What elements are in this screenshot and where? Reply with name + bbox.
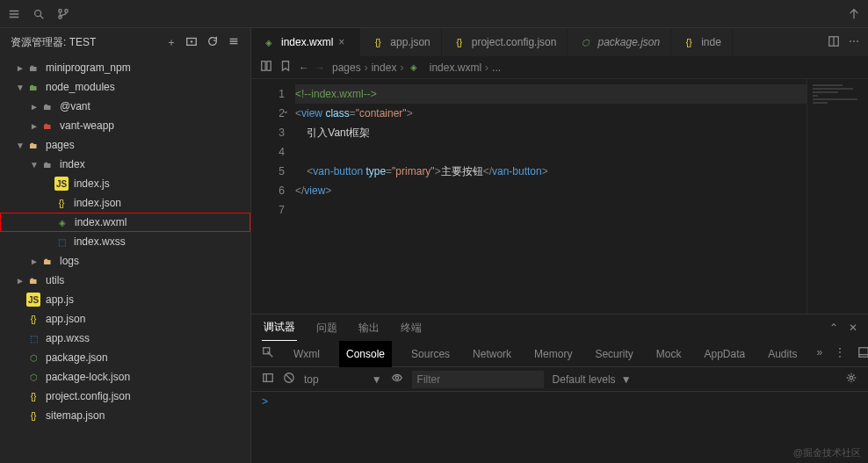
explorer-title: 资源管理器: TEST	[11, 35, 96, 50]
panel-expand-icon[interactable]: ⌃	[829, 322, 838, 334]
tree-item[interactable]: ▼🖿index	[0, 155, 250, 174]
new-file-icon[interactable]: ＋	[166, 35, 177, 50]
more-actions-icon[interactable]: ⋯	[849, 35, 859, 50]
panel-tab[interactable]: 调试器	[262, 315, 297, 341]
devtools-tab[interactable]: Audits	[764, 341, 800, 367]
svg-rect-7	[267, 61, 271, 71]
tree-item[interactable]: {}sitemap.json	[0, 406, 250, 425]
tree-item[interactable]: ⬡package.json	[0, 348, 250, 367]
svg-point-1	[59, 9, 62, 12]
editor-tab[interactable]: ◈index.wxml×	[251, 28, 360, 56]
devtools-menu-icon[interactable]: ⋮	[835, 346, 845, 361]
devtools-dock-icon[interactable]	[857, 346, 868, 361]
devtools-tab[interactable]: Wxml	[290, 341, 323, 367]
code-line: <!--index.wxml-->	[295, 88, 377, 100]
breadcrumb-item[interactable]: ◈ index.wxml	[407, 61, 481, 75]
eye-icon[interactable]	[391, 372, 403, 387]
more-icon[interactable]: »	[817, 346, 823, 361]
svg-rect-10	[264, 374, 273, 382]
breadcrumb: ← → pages›index›◈ index.wxml›...	[251, 56, 868, 79]
collapse-icon[interactable]	[847, 7, 861, 21]
devtools-tab[interactable]: Sources	[408, 341, 453, 367]
title-bar	[0, 0, 868, 28]
devtools-tab[interactable]: Mock	[653, 341, 685, 367]
devtools-tab[interactable]: Console	[339, 341, 392, 367]
tree-item[interactable]: ⬚index.wxss	[0, 232, 250, 251]
devtools-tab[interactable]: Memory	[531, 341, 575, 367]
context-select[interactable]: top▼	[304, 373, 382, 386]
tree-item[interactable]: ▼🖿node_modules	[0, 77, 250, 97]
compare-icon[interactable]	[260, 60, 272, 75]
collapse-all-icon[interactable]	[228, 35, 240, 50]
console-output[interactable]: >	[251, 392, 868, 463]
svg-point-0	[35, 10, 41, 16]
menu-icon[interactable]	[7, 7, 21, 21]
nav-forward-icon[interactable]: →	[315, 61, 325, 74]
tree-item[interactable]: ►🖿vant-weapp	[0, 116, 250, 135]
breadcrumb-item[interactable]: index	[372, 61, 397, 74]
editor-tab[interactable]: {}inde	[671, 28, 733, 56]
panel-tab[interactable]: 问题	[315, 315, 339, 341]
branch-icon[interactable]	[56, 7, 70, 21]
bookmark-icon[interactable]	[279, 60, 292, 75]
breadcrumb-item[interactable]: pages	[332, 61, 361, 74]
svg-rect-6	[262, 61, 265, 71]
svg-rect-9	[859, 348, 868, 358]
tab-close-icon[interactable]: ×	[338, 36, 349, 48]
console-sidebar-icon[interactable]	[262, 372, 274, 387]
new-folder-icon[interactable]	[185, 35, 198, 50]
log-levels-select[interactable]: Default levels▼	[553, 373, 632, 386]
watermark: @掘金技术社区	[793, 446, 861, 459]
panel-close-icon[interactable]: ✕	[849, 322, 857, 334]
devtools-tab[interactable]: Security	[591, 341, 636, 367]
console-prompt: >	[262, 395, 268, 408]
editor-tab[interactable]: ⬡package.json	[568, 28, 671, 56]
split-editor-icon[interactable]	[828, 35, 840, 50]
devtools-tab[interactable]: AppData	[700, 341, 749, 367]
explorer-sidebar: 资源管理器: TEST ＋ ►🖿miniprogram_npm▼🖿node_mo…	[0, 28, 251, 463]
nav-back-icon[interactable]: ←	[299, 61, 309, 74]
tree-item[interactable]: ◈index.wxml	[0, 213, 250, 232]
tree-item[interactable]: ▼🖿pages	[0, 135, 250, 155]
inspect-icon[interactable]	[262, 346, 274, 361]
editor-tabs: ◈index.wxml×{}app.json{}project.config.j…	[251, 28, 868, 56]
svg-point-12	[395, 376, 399, 380]
tree-item[interactable]: ⬚app.wxss	[0, 329, 250, 348]
svg-point-13	[850, 376, 853, 380]
tree-item[interactable]: ►🖿logs	[0, 251, 250, 271]
panel-tab[interactable]: 输出	[357, 315, 381, 341]
clear-console-icon[interactable]	[283, 372, 295, 387]
panel-tab[interactable]: 终端	[399, 315, 423, 341]
tree-item[interactable]: ►🖿utils	[0, 271, 250, 290]
tree-item[interactable]: ⬡package-lock.json	[0, 367, 250, 387]
tree-item[interactable]: ►🖿miniprogram_npm	[0, 58, 250, 77]
code-editor[interactable]: <!--index.wxml--> <view class="container…	[295, 79, 807, 314]
file-tree: ►🖿miniprogram_npm▼🖿node_modules►🖿@vant►🖿…	[0, 56, 250, 463]
tree-item[interactable]: ►🖿@vant	[0, 97, 250, 116]
settings-icon[interactable]	[845, 372, 857, 387]
search-icon[interactable]	[32, 7, 46, 21]
editor-tab[interactable]: {}app.json	[360, 28, 441, 56]
console-filter-input[interactable]	[412, 371, 544, 388]
tree-item[interactable]: {}app.json	[0, 309, 250, 329]
tree-item[interactable]: JSindex.js	[0, 174, 250, 193]
refresh-icon[interactable]	[206, 35, 219, 50]
bottom-panel: 调试器问题输出终端 ⌃ ✕ WxmlConsoleSourcesNetworkM…	[251, 314, 868, 463]
breadcrumb-item[interactable]: ...	[492, 61, 501, 74]
minimap[interactable]	[807, 79, 868, 314]
tree-item[interactable]: {}index.json	[0, 193, 250, 213]
tree-item[interactable]: JSapp.js	[0, 290, 250, 309]
tree-item[interactable]: {}project.config.json	[0, 387, 250, 406]
svg-point-2	[65, 9, 69, 12]
devtools-tab[interactable]: Network	[469, 341, 515, 367]
fold-icon[interactable]: ⌄	[282, 105, 289, 115]
editor-tab[interactable]: {}project.config.json	[442, 28, 568, 56]
